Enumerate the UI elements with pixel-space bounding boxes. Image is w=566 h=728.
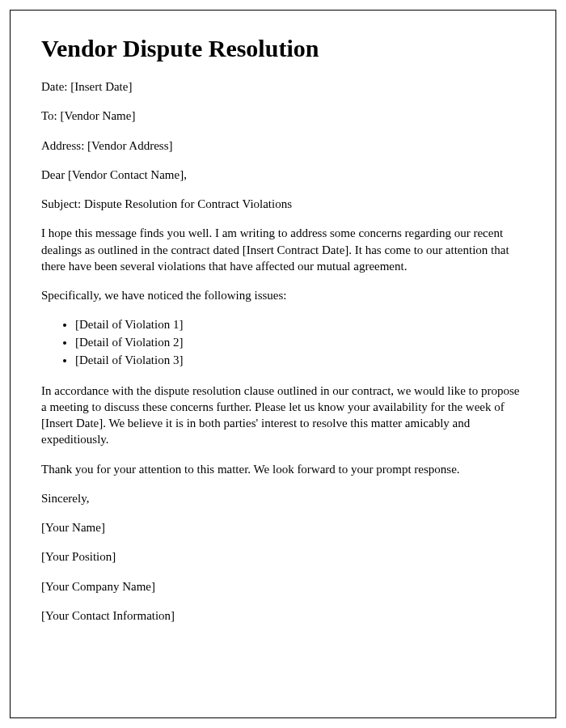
sender-name: [Your Name] — [41, 519, 525, 535]
sender-contact: [Your Contact Information] — [41, 607, 525, 624]
violations-list: [Detail of Violation 1] [Detail of Viola… — [41, 316, 525, 369]
list-item: [Detail of Violation 2] — [75, 334, 525, 352]
document-container: Vendor Dispute Resolution Date: [Insert … — [10, 10, 556, 718]
to-line: To: [Vendor Name] — [41, 108, 525, 124]
intro-paragraph: I hope this message finds you well. I am… — [41, 225, 525, 274]
list-item: [Detail of Violation 3] — [75, 352, 525, 370]
document-title: Vendor Dispute Resolution — [41, 35, 525, 62]
resolution-paragraph: In accordance with the dispute resolutio… — [41, 383, 525, 448]
sender-company: [Your Company Name] — [41, 578, 525, 595]
date-line: Date: [Insert Date] — [41, 78, 525, 95]
closing-paragraph: Thank you for your attention to this mat… — [41, 461, 525, 477]
signoff: Sincerely, — [41, 490, 525, 506]
issues-intro: Specifically, we have noticed the follow… — [41, 287, 525, 303]
sender-position: [Your Position] — [41, 548, 525, 565]
address-line: Address: [Vendor Address] — [41, 138, 525, 154]
subject-line: Subject: Dispute Resolution for Contract… — [41, 196, 525, 212]
list-item: [Detail of Violation 1] — [75, 316, 525, 334]
salutation: Dear [Vendor Contact Name], — [41, 167, 525, 183]
